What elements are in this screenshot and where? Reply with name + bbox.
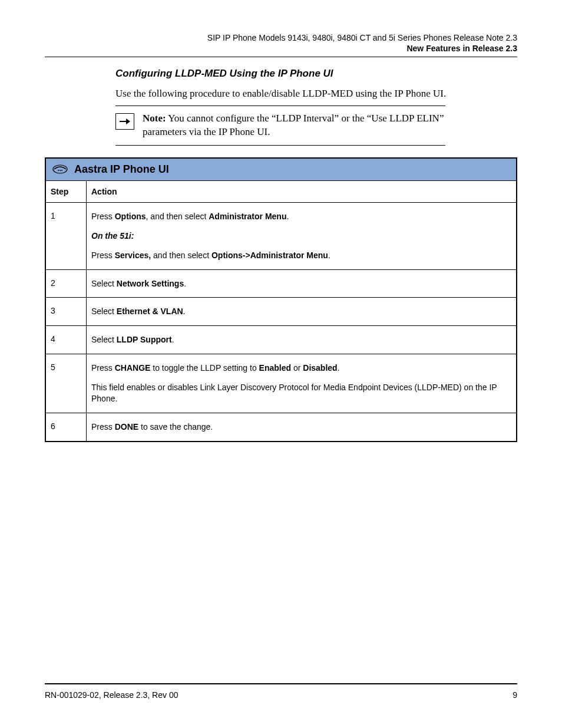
arrow-right-icon: [115, 113, 134, 130]
note-body: You cannot configure the “LLDP Interval”…: [143, 113, 444, 137]
footer-left: RN-001029-02, Release 2.3, Rev 00: [45, 690, 178, 700]
col-header-action: Action: [87, 181, 516, 203]
header-rule: [45, 57, 517, 57]
table-row-step: 2: [46, 270, 87, 298]
footer-rule: [45, 683, 517, 684]
table-title: Aastra IP Phone UI: [74, 163, 169, 176]
svg-point-4: [59, 170, 61, 171]
procedure-table: Aastra IP Phone UI Step Action 1Press Op…: [45, 157, 517, 442]
header-section-label: New Features in Release 2.3: [45, 44, 517, 53]
svg-point-2: [53, 165, 67, 173]
note-label: Note:: [143, 113, 166, 124]
footer-page-number: 9: [513, 690, 517, 700]
table-row-action: Press CHANGE to toggle the LLDP setting …: [87, 354, 516, 413]
svg-point-3: [58, 170, 59, 171]
header-product-line: SIP IP Phone Models 9143i, 9480i, 9480i …: [45, 33, 517, 42]
page-footer: RN-001029-02, Release 2.3, Rev 00 9: [45, 683, 517, 700]
table-row-action: Select LLDP Support.: [87, 326, 516, 354]
col-header-step: Step: [46, 181, 87, 203]
section-title: Configuring LLDP-MED Using the IP Phone …: [115, 68, 517, 80]
phone-icon: [52, 163, 68, 175]
note-text: Note: You cannot configure the “LLDP Int…: [143, 112, 445, 139]
table-row-step: 4: [46, 326, 87, 354]
note-rule-bottom: [115, 145, 445, 146]
note-block: Note: You cannot configure the “LLDP Int…: [115, 106, 445, 145]
svg-marker-1: [126, 118, 130, 124]
table-row-action: Select Ethernet & VLAN.: [87, 298, 516, 326]
table-row-step: 6: [46, 413, 87, 441]
table-row-action: Press Options, and then select Administr…: [87, 203, 516, 270]
table-row-action: Select Network Settings.: [87, 270, 516, 298]
table-row-step: 5: [46, 354, 87, 413]
table-row-action: Press DONE to save the change.: [87, 413, 516, 441]
svg-point-5: [61, 170, 62, 171]
table-row-step: 3: [46, 298, 87, 326]
table-row-step: 1: [46, 203, 87, 270]
page-header: SIP IP Phone Models 9143i, 9480i, 9480i …: [45, 33, 517, 53]
section-intro: Use the following procedure to enable/di…: [115, 88, 517, 100]
